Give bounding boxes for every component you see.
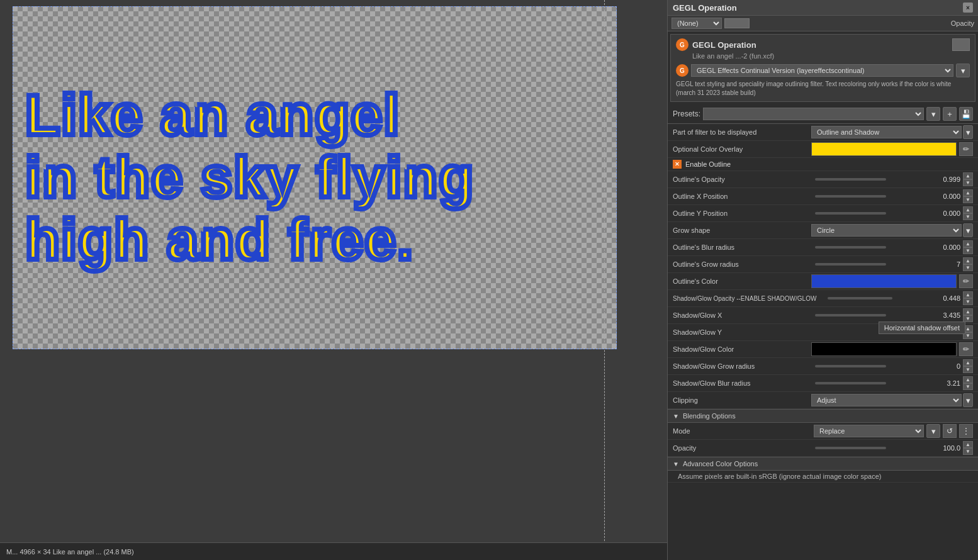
shadow-y-label: Shadow/Glow Y bbox=[673, 328, 811, 336]
canvas-area: Like an angelin the sky flyinghigh and f… bbox=[0, 0, 667, 560]
opacity-down[interactable]: ▼ bbox=[963, 448, 973, 455]
assume-pixels-row: Assume pixels are built-in sRGB (ignore … bbox=[668, 471, 978, 483]
clipping-chevron[interactable]: ▾ bbox=[963, 393, 973, 407]
outline-y-label: Outline Y Position bbox=[673, 210, 811, 217]
opacity-row: Opacity 100.0 ▲ ▼ bbox=[668, 440, 978, 457]
mode-chevron[interactable]: ▾ bbox=[926, 424, 940, 438]
presets-add-btn[interactable]: + bbox=[943, 107, 957, 121]
shadow-opacity-down[interactable]: ▼ bbox=[963, 298, 973, 305]
shadow-y-spinners: ▲ ▼ bbox=[963, 325, 973, 339]
shadow-x-row: Shadow/Glow X 3.435 ▲ ▼ bbox=[668, 307, 978, 324]
panel-area: G GEGL Operation Like an angel ...-2 (fu… bbox=[668, 31, 978, 560]
shadow-blur-down[interactable]: ▼ bbox=[963, 383, 973, 390]
mode-refresh-btn[interactable]: ↺ bbox=[943, 424, 957, 438]
outline-blur-up[interactable]: ▲ bbox=[963, 240, 973, 247]
opacity-param-label: Opacity bbox=[673, 444, 811, 452]
part-of-filter-chevron[interactable]: ▾ bbox=[963, 125, 973, 139]
outline-y-up[interactable]: ▲ bbox=[963, 206, 973, 213]
outline-x-up[interactable]: ▲ bbox=[963, 189, 973, 196]
outline-opacity-down[interactable]: ▼ bbox=[963, 179, 973, 186]
outline-blur-value: 0.000 bbox=[890, 244, 964, 251]
presets-save-btn[interactable]: 💾 bbox=[959, 107, 973, 121]
part-of-filter-select[interactable]: Outline and Shadow bbox=[811, 126, 962, 138]
outline-grow-slider[interactable] bbox=[815, 263, 886, 266]
outline-opacity-value: 0.999 bbox=[890, 176, 964, 183]
shadow-x-down[interactable]: ▼ bbox=[963, 315, 973, 322]
outline-color-eyedropper[interactable]: ✏ bbox=[959, 274, 973, 288]
outline-grow-row: Outline's Grow radius 7 ▲ ▼ bbox=[668, 256, 978, 273]
shadow-grow-row: Shadow/Glow Grow radius 0 ▲ ▼ bbox=[668, 358, 978, 375]
presets-row: Presets: ▾ + 💾 bbox=[668, 104, 978, 124]
shadow-color-eyedropper[interactable]: ✏ bbox=[959, 342, 973, 356]
gegl-effects-select[interactable]: GEGL Effects Continual Version (layereff… bbox=[691, 64, 953, 77]
shadow-blur-up[interactable]: ▲ bbox=[963, 376, 973, 383]
outline-x-spinners: ▲ ▼ bbox=[963, 189, 973, 203]
optional-color-eyedropper[interactable]: ✏ bbox=[959, 142, 973, 156]
shadow-grow-down[interactable]: ▼ bbox=[963, 366, 973, 373]
presets-chevron-btn[interactable]: ▾ bbox=[926, 107, 940, 121]
enable-outline-checkbox[interactable]: ✕ bbox=[673, 160, 682, 169]
opacity-slider[interactable] bbox=[815, 447, 886, 449]
gegl-op-title: GEGL Operation bbox=[692, 40, 756, 50]
shadow-opacity-spinners: ▲ ▼ bbox=[963, 291, 973, 305]
opacity-up[interactable]: ▲ bbox=[963, 441, 973, 448]
outline-color-swatch[interactable] bbox=[811, 274, 957, 288]
outline-opacity-slider[interactable] bbox=[815, 178, 886, 181]
grow-shape-label: Grow shape bbox=[673, 227, 811, 234]
enable-outline-label: Enable Outline bbox=[685, 160, 731, 168]
shadow-opacity-row: Shadow/Glow Opacity --ENABLE SHADOW/GLOW… bbox=[668, 290, 978, 307]
shadow-blur-slider[interactable] bbox=[815, 382, 886, 384]
mode-select-top[interactable]: (None) bbox=[672, 18, 722, 29]
shadow-grow-up[interactable]: ▲ bbox=[963, 359, 973, 366]
advanced-color-header[interactable]: ▼ Advanced Color Options bbox=[668, 457, 978, 471]
shadow-grow-slider[interactable] bbox=[815, 365, 886, 367]
shadow-x-slider[interactable] bbox=[815, 314, 886, 316]
outline-x-down[interactable]: ▼ bbox=[963, 196, 973, 203]
advanced-color-arrow-icon: ▼ bbox=[673, 461, 679, 468]
outline-y-down[interactable]: ▼ bbox=[963, 213, 973, 220]
blending-options-header[interactable]: ▼ Blending Options bbox=[668, 409, 978, 423]
enable-outline-row: ✕ Enable Outline bbox=[668, 158, 978, 171]
shadow-x-value: 3.435 bbox=[890, 311, 964, 319]
statusbar: M... 4966 × 34 Like an angel ... (24.8 M… bbox=[0, 542, 667, 560]
optional-color-swatch[interactable] bbox=[811, 142, 957, 156]
opacity-indicator bbox=[724, 18, 750, 28]
opacity-param-value: 100.0 bbox=[890, 444, 964, 452]
mode-select[interactable]: Replace bbox=[814, 425, 924, 437]
presets-select[interactable] bbox=[703, 108, 924, 120]
shadow-color-swatch[interactable] bbox=[811, 342, 957, 356]
effects-chevron-btn[interactable]: ▾ bbox=[956, 64, 970, 77]
outline-x-slider[interactable] bbox=[815, 195, 886, 198]
grow-shape-select[interactable]: Circle bbox=[811, 224, 962, 237]
close-button[interactable]: × bbox=[963, 3, 973, 13]
gegl-op-icon bbox=[952, 38, 970, 51]
outline-grow-value: 7 bbox=[890, 260, 964, 268]
shadow-x-up[interactable]: ▲ bbox=[963, 308, 973, 315]
shadow-opacity-label: Shadow/Glow Opacity --ENABLE SHADOW/GLOW bbox=[673, 295, 824, 302]
outline-opacity-spinners: ▲ ▼ bbox=[963, 172, 973, 186]
outline-blur-row: Outline's Blur radius 0.000 ▲ ▼ bbox=[668, 239, 978, 256]
shadow-grow-label: Shadow/Glow Grow radius bbox=[673, 362, 811, 370]
grow-shape-chevron[interactable]: ▾ bbox=[963, 223, 973, 237]
shadow-blur-spinners: ▲ ▼ bbox=[963, 376, 973, 390]
outline-blur-down[interactable]: ▼ bbox=[963, 247, 973, 254]
outline-opacity-up[interactable]: ▲ bbox=[963, 172, 973, 179]
outline-y-slider[interactable] bbox=[815, 212, 886, 215]
outline-grow-down[interactable]: ▼ bbox=[963, 264, 973, 271]
shadow-opacity-up[interactable]: ▲ bbox=[963, 291, 973, 298]
shadow-color-row: Shadow/Glow Color ✏ bbox=[668, 341, 978, 358]
mode-chain-btn[interactable]: ⋮ bbox=[959, 424, 973, 438]
outline-blur-slider[interactable] bbox=[815, 246, 886, 249]
shadow-opacity-slider[interactable] bbox=[828, 297, 892, 300]
shadow-y-down[interactable]: ▼ bbox=[963, 332, 973, 339]
dialog-title: GEGL Operation bbox=[673, 3, 737, 13]
blending-options-arrow-icon: ▼ bbox=[673, 413, 679, 420]
outline-grow-up[interactable]: ▲ bbox=[963, 257, 973, 264]
gegl-op-subtitle: Like an angel ...-2 (fun.xcf) bbox=[692, 52, 970, 60]
shadow-y-row: Shadow/Glow Y Horizontal shadow offset ▲… bbox=[668, 324, 978, 341]
gegl-effects-row: G GEGL Effects Continual Version (layere… bbox=[676, 64, 970, 77]
outline-x-label: Outline X Position bbox=[673, 193, 811, 200]
shadow-blur-label: Shadow/Glow Blur radius bbox=[673, 379, 811, 387]
clipping-select[interactable]: Adjust bbox=[811, 394, 962, 406]
shadow-y-up[interactable]: ▲ bbox=[963, 325, 973, 332]
